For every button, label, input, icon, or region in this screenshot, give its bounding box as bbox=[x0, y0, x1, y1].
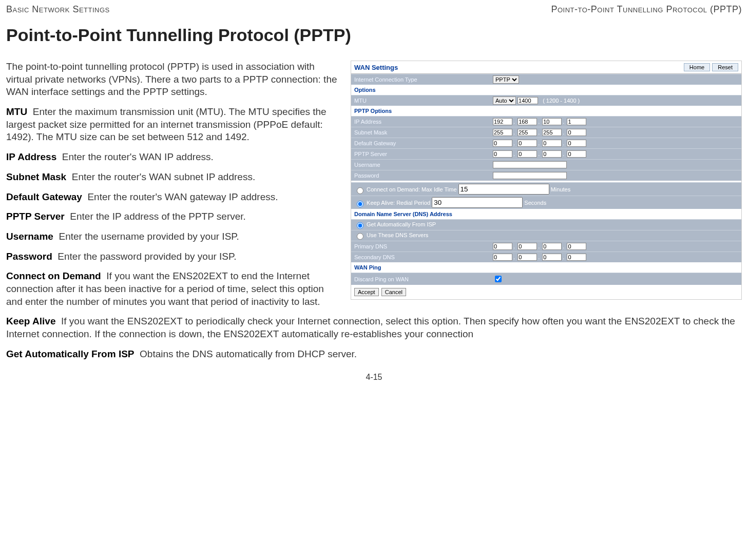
label-discard-ping: Discard Ping on WAN bbox=[354, 276, 493, 282]
srv-o3[interactable] bbox=[542, 150, 562, 158]
sdns-o2[interactable] bbox=[517, 254, 537, 261]
mtu-value-input[interactable] bbox=[517, 97, 538, 104]
ip-o3[interactable] bbox=[542, 118, 562, 125]
wan-settings-panel: WAN Settings Home Reset Internet Connect… bbox=[351, 61, 742, 300]
label-gw: Default Gateway bbox=[354, 140, 493, 146]
pdns-o1[interactable] bbox=[493, 243, 512, 250]
sdns-o1[interactable] bbox=[493, 254, 512, 261]
section-dns: Domain Name Server (DNS) Address bbox=[351, 209, 741, 219]
mtu-mode-select[interactable]: Auto bbox=[493, 96, 516, 105]
bottom-buttons: Accept Cancel bbox=[351, 285, 741, 299]
row-ip: IP Address . . . bbox=[351, 116, 741, 127]
discard-ping-checkbox[interactable] bbox=[495, 276, 502, 282]
top-bar: Basic Network Settings Point-to-Point Tu… bbox=[6, 4, 742, 15]
connect-demand-radio[interactable] bbox=[357, 187, 363, 194]
topbar-right: Point-to-Point Tunnelling Protocol (PPTP… bbox=[551, 4, 742, 15]
label-srv: PPTP Server bbox=[354, 151, 493, 157]
home-button[interactable]: Home bbox=[684, 63, 710, 71]
connect-demand-label: Connect on Demand: Max Idle Time bbox=[367, 186, 456, 192]
field-auto: Get Automatically From ISP Obtains the D… bbox=[6, 348, 742, 361]
row-dns-these: Use These DNS Servers bbox=[351, 230, 741, 241]
srv-o2[interactable] bbox=[517, 150, 537, 158]
row-mask: Subnet Mask . . . bbox=[351, 127, 741, 138]
sdns-o3[interactable] bbox=[542, 254, 562, 261]
topbar-left: Basic Network Settings bbox=[6, 4, 110, 15]
row-user: Username bbox=[351, 159, 741, 170]
srv-o1[interactable] bbox=[493, 150, 512, 158]
panel-header: WAN Settings Home Reset bbox=[351, 61, 741, 74]
gw-o4[interactable] bbox=[567, 140, 586, 147]
keep-alive-suffix: Seconds bbox=[524, 200, 546, 206]
conn-type-select[interactable]: PPTP bbox=[493, 75, 519, 84]
label-secondary-dns: Secondary DNS bbox=[354, 254, 493, 260]
keep-alive-label: Keep Alive: Redial Period bbox=[367, 200, 430, 206]
mask-o2[interactable] bbox=[517, 129, 537, 136]
label-primary-dns: Primary DNS bbox=[354, 243, 493, 249]
row-srv: PPTP Server . . . bbox=[351, 148, 741, 159]
accept-button[interactable]: Accept bbox=[354, 288, 379, 296]
row-gw: Default Gateway . . . bbox=[351, 138, 741, 148]
dns-these-label: Use These DNS Servers bbox=[367, 232, 428, 238]
label-mask: Subnet Mask bbox=[354, 129, 493, 136]
field-ka: Keep Alive If you want the ENS202EXT to … bbox=[6, 315, 742, 340]
ip-o1[interactable] bbox=[493, 118, 512, 125]
srv-o4[interactable] bbox=[567, 150, 586, 158]
ip-o2[interactable] bbox=[517, 118, 537, 125]
cancel-button[interactable]: Cancel bbox=[381, 288, 406, 296]
mask-o1[interactable] bbox=[493, 129, 512, 136]
page-number: 4-15 bbox=[6, 373, 742, 382]
page-title: Point-to-Point Tunnelling Protocol (PPTP… bbox=[6, 25, 742, 45]
reset-button[interactable]: Reset bbox=[712, 63, 738, 71]
row-primary-dns: Primary DNS . . . bbox=[351, 241, 741, 252]
pdns-o3[interactable] bbox=[542, 243, 562, 250]
row-dns-auto: Get Automatically From ISP bbox=[351, 219, 741, 230]
label-mtu: MTU bbox=[354, 98, 493, 104]
username-input[interactable] bbox=[493, 161, 567, 168]
mask-o4[interactable] bbox=[567, 129, 586, 136]
dns-auto-radio[interactable] bbox=[357, 222, 363, 229]
label-conn-type: Internet Connection Type bbox=[354, 76, 493, 83]
row-secondary-dns: Secondary DNS . . . bbox=[351, 252, 741, 262]
row-discard-ping: Discard Ping on WAN bbox=[351, 273, 741, 285]
dns-auto-label: Get Automatically From ISP bbox=[367, 221, 436, 227]
row-connect-demand: Connect on Demand: Max Idle Time Minutes bbox=[351, 182, 741, 196]
dns-these-radio[interactable] bbox=[357, 233, 363, 240]
label-pass: Password bbox=[354, 172, 493, 179]
row-conn-type: Internet Connection Type PPTP bbox=[351, 74, 741, 85]
pdns-o4[interactable] bbox=[567, 243, 586, 250]
section-wan-ping: WAN Ping bbox=[351, 262, 741, 273]
pdns-o2[interactable] bbox=[517, 243, 537, 250]
gw-o2[interactable] bbox=[517, 140, 537, 147]
connect-demand-suffix: Minutes bbox=[551, 186, 571, 192]
idle-time-input[interactable] bbox=[458, 184, 549, 195]
row-pass: Password bbox=[351, 170, 741, 181]
section-pptp: PPTP Options bbox=[351, 106, 741, 116]
ip-o4[interactable] bbox=[567, 118, 586, 125]
keep-alive-radio[interactable] bbox=[357, 201, 363, 207]
row-keep-alive: Keep Alive: Redial Period Seconds bbox=[351, 196, 741, 209]
redial-input[interactable] bbox=[432, 197, 523, 208]
gw-o1[interactable] bbox=[493, 140, 512, 147]
section-options: Options bbox=[351, 85, 741, 95]
label-ip: IP Address bbox=[354, 119, 493, 125]
password-input[interactable] bbox=[493, 172, 567, 179]
sdns-o4[interactable] bbox=[567, 254, 586, 261]
row-mtu: MTU Auto ( 1200 - 1400 ) bbox=[351, 95, 741, 106]
mtu-range: ( 1200 - 1400 ) bbox=[543, 98, 580, 104]
mask-o3[interactable] bbox=[542, 129, 562, 136]
gw-o3[interactable] bbox=[542, 140, 562, 147]
label-user: Username bbox=[354, 162, 493, 168]
panel-title: WAN Settings bbox=[354, 64, 398, 71]
